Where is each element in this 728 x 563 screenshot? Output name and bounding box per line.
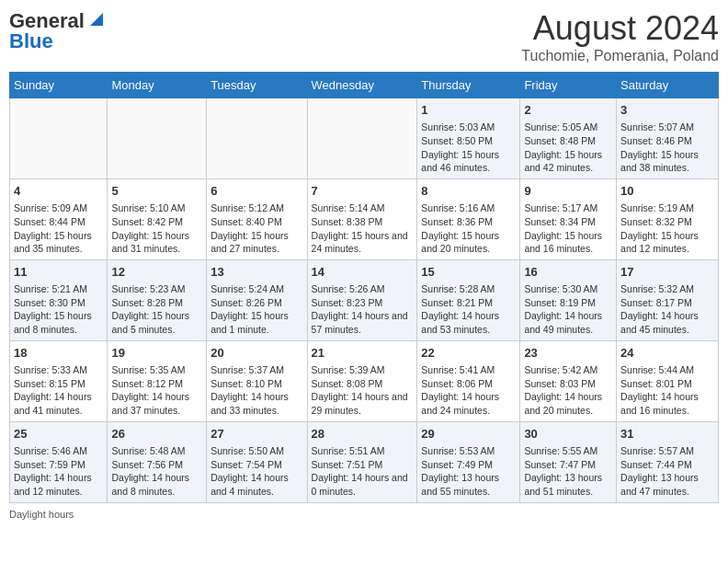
page-subtitle: Tuchomie, Pomerania, Poland	[521, 48, 719, 64]
calendar-cell: 25Sunrise: 5:46 AMSunset: 7:59 PMDayligh…	[10, 421, 108, 502]
day-number: 31	[620, 426, 714, 442]
cell-content-line: Daylight: 15 hours and 27 minutes.	[210, 229, 302, 256]
cell-content-line: Sunset: 7:56 PM	[111, 458, 202, 472]
calendar-col-header: Sunday	[10, 73, 108, 98]
cell-content-line: Sunset: 8:50 PM	[421, 134, 516, 148]
calendar-cell: 31Sunrise: 5:57 AMSunset: 7:44 PMDayligh…	[617, 421, 719, 502]
cell-content-line: Daylight: 14 hours and 33 minutes.	[210, 390, 302, 417]
cell-content-line: Daylight: 15 hours and 8 minutes.	[14, 309, 103, 336]
cell-content-line: Daylight: 13 hours and 55 minutes.	[421, 471, 516, 498]
calendar-week-row: 1Sunrise: 5:03 AMSunset: 8:50 PMDaylight…	[10, 98, 719, 179]
cell-content-line: Sunset: 8:42 PM	[111, 215, 202, 229]
calendar-cell: 4Sunrise: 5:09 AMSunset: 8:44 PMDaylight…	[10, 178, 108, 259]
cell-content-line: Daylight: 15 hours and 12 minutes.	[620, 229, 714, 256]
cell-content-line: Sunset: 8:48 PM	[524, 134, 612, 148]
calendar-col-header: Wednesday	[307, 73, 417, 98]
cell-content-line: Daylight: 15 hours and 31 minutes.	[111, 229, 202, 256]
cell-content-line: Daylight: 15 hours and 5 minutes.	[111, 309, 202, 336]
calendar-week-row: 4Sunrise: 5:09 AMSunset: 8:44 PMDaylight…	[10, 178, 719, 259]
calendar-cell: 2Sunrise: 5:05 AMSunset: 8:48 PMDaylight…	[520, 98, 617, 179]
day-number: 19	[111, 345, 202, 362]
calendar-cell: 5Sunrise: 5:10 AMSunset: 8:42 PMDaylight…	[108, 178, 207, 259]
day-number: 27	[210, 426, 302, 442]
calendar-cell: 26Sunrise: 5:48 AMSunset: 7:56 PMDayligh…	[108, 421, 207, 502]
cell-content-line: Sunset: 8:17 PM	[620, 296, 714, 310]
calendar-cell: 17Sunrise: 5:32 AMSunset: 8:17 PMDayligh…	[617, 259, 719, 340]
cell-content-line: Sunset: 8:40 PM	[210, 215, 302, 229]
calendar-cell: 18Sunrise: 5:33 AMSunset: 8:15 PMDayligh…	[10, 340, 108, 421]
day-number: 1	[421, 102, 516, 119]
cell-content-line: Sunrise: 5:50 AM	[210, 444, 302, 458]
calendar-table: SundayMondayTuesdayWednesdayThursdayFrid…	[9, 72, 719, 503]
calendar-cell	[207, 98, 307, 179]
calendar-cell: 6Sunrise: 5:12 AMSunset: 8:40 PMDaylight…	[207, 178, 307, 259]
day-number: 17	[620, 264, 714, 281]
calendar-cell: 28Sunrise: 5:51 AMSunset: 7:51 PMDayligh…	[307, 421, 417, 502]
calendar-cell: 12Sunrise: 5:23 AMSunset: 8:28 PMDayligh…	[108, 259, 207, 340]
cell-content-line: Sunrise: 5:35 AM	[111, 363, 202, 377]
svg-marker-0	[90, 13, 103, 26]
cell-content-line: Daylight: 15 hours and 46 minutes.	[421, 148, 516, 175]
cell-content-line: Sunrise: 5:46 AM	[14, 444, 103, 458]
cell-content-line: Daylight: 15 hours and 20 minutes.	[421, 229, 516, 256]
cell-content-line: Daylight: 13 hours and 47 minutes.	[620, 471, 714, 498]
cell-content-line: Sunset: 8:06 PM	[421, 377, 516, 391]
cell-content-line: Sunset: 8:36 PM	[421, 215, 516, 229]
day-number: 23	[524, 345, 612, 362]
day-number: 25	[14, 426, 103, 442]
day-number: 30	[524, 426, 612, 442]
day-number: 21	[312, 345, 414, 362]
calendar-cell: 30Sunrise: 5:55 AMSunset: 7:47 PMDayligh…	[520, 421, 617, 502]
calendar-footer: Daylight hours	[9, 509, 719, 520]
cell-content-line: Sunrise: 5:05 AM	[524, 121, 612, 134]
cell-content-line: Sunrise: 5:09 AM	[14, 201, 103, 215]
calendar-week-row: 25Sunrise: 5:46 AMSunset: 7:59 PMDayligh…	[10, 421, 719, 502]
cell-content-line: Sunrise: 5:10 AM	[111, 201, 202, 215]
calendar-col-header: Saturday	[617, 73, 719, 98]
cell-content-line: Sunrise: 5:23 AM	[111, 282, 202, 296]
cell-content-line: Sunrise: 5:44 AM	[620, 363, 714, 377]
calendar-cell: 20Sunrise: 5:37 AMSunset: 8:10 PMDayligh…	[207, 340, 307, 421]
day-number: 12	[111, 264, 202, 281]
calendar-header-row: SundayMondayTuesdayWednesdayThursdayFrid…	[10, 73, 719, 98]
day-number: 9	[524, 183, 612, 200]
cell-content-line: Sunset: 8:44 PM	[14, 215, 103, 229]
calendar-cell: 11Sunrise: 5:21 AMSunset: 8:30 PMDayligh…	[10, 259, 108, 340]
cell-content-line: Sunset: 8:15 PM	[14, 377, 103, 391]
day-number: 13	[210, 264, 302, 281]
cell-content-line: Daylight: 14 hours and 20 minutes.	[524, 390, 612, 417]
calendar-cell: 27Sunrise: 5:50 AMSunset: 7:54 PMDayligh…	[207, 421, 307, 502]
cell-content-line: Sunset: 8:28 PM	[111, 296, 202, 310]
cell-content-line: Daylight: 14 hours and 8 minutes.	[111, 471, 202, 498]
calendar-cell	[108, 98, 207, 179]
day-number: 2	[524, 102, 612, 119]
calendar-cell: 23Sunrise: 5:42 AMSunset: 8:03 PMDayligh…	[520, 340, 617, 421]
cell-content-line: Sunset: 8:34 PM	[524, 215, 612, 229]
cell-content-line: Sunset: 8:08 PM	[312, 377, 414, 391]
cell-content-line: Daylight: 15 hours and 1 minute.	[210, 309, 302, 336]
day-number: 6	[210, 183, 302, 200]
day-number: 18	[14, 345, 103, 362]
cell-content-line: Sunrise: 5:28 AM	[421, 282, 516, 296]
cell-content-line: Sunrise: 5:24 AM	[210, 282, 302, 296]
day-number: 3	[620, 102, 714, 119]
day-number: 15	[421, 264, 516, 281]
cell-content-line: Daylight: 15 hours and 16 minutes.	[524, 229, 612, 256]
cell-content-line: Daylight: 14 hours and 0 minutes.	[312, 471, 414, 498]
logo-triangle-icon	[86, 11, 103, 28]
calendar-cell: 10Sunrise: 5:19 AMSunset: 8:32 PMDayligh…	[617, 178, 719, 259]
day-number: 7	[312, 183, 414, 200]
title-block: August 2024 Tuchomie, Pomerania, Poland	[521, 9, 719, 64]
day-number: 8	[421, 183, 516, 200]
cell-content-line: Sunset: 7:47 PM	[524, 458, 612, 472]
calendar-cell: 1Sunrise: 5:03 AMSunset: 8:50 PMDaylight…	[417, 98, 520, 179]
calendar-cell: 8Sunrise: 5:16 AMSunset: 8:36 PMDaylight…	[417, 178, 520, 259]
calendar-cell: 24Sunrise: 5:44 AMSunset: 8:01 PMDayligh…	[617, 340, 719, 421]
cell-content-line: Sunrise: 5:39 AM	[312, 363, 414, 377]
cell-content-line: Sunrise: 5:32 AM	[620, 282, 714, 296]
cell-content-line: Daylight: 14 hours and 49 minutes.	[524, 309, 612, 336]
day-number: 5	[111, 183, 202, 200]
day-number: 22	[421, 345, 516, 362]
cell-content-line: Sunset: 8:46 PM	[620, 134, 714, 148]
cell-content-line: Daylight: 15 hours and 24 minutes.	[312, 229, 414, 256]
